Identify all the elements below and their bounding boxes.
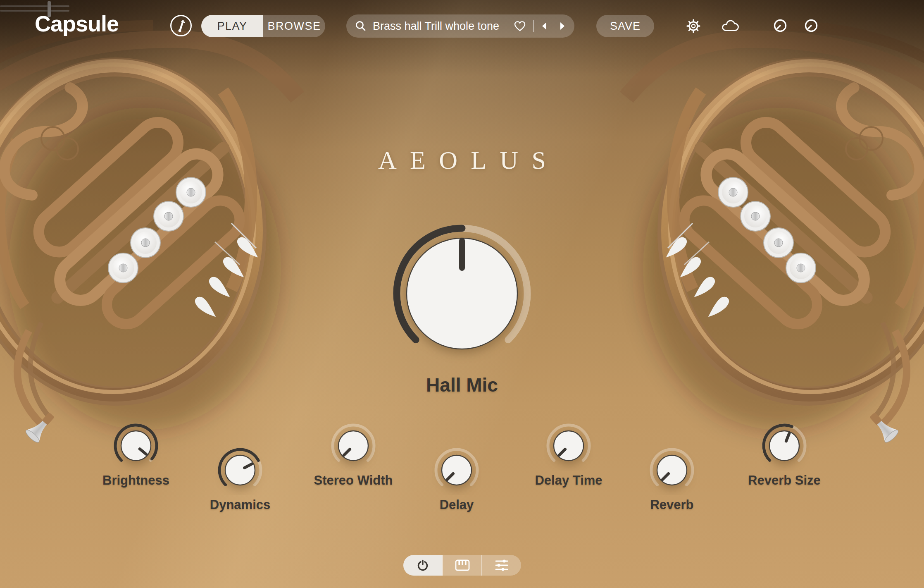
brightness-dial[interactable] (111, 421, 161, 471)
keyboard-icon (455, 559, 470, 571)
knob-label: Delay (395, 497, 519, 512)
gear-icon[interactable] (684, 17, 703, 36)
hall-mic-knob[interactable] (388, 219, 536, 368)
power-icon (416, 558, 430, 572)
knob-label: Reverb Size (722, 473, 846, 488)
hall-mic-label: Hall Mic (388, 374, 536, 396)
stereo-width-dial[interactable] (329, 421, 378, 471)
reverb-dial[interactable] (647, 445, 697, 495)
tab-play[interactable]: PLAY (201, 15, 263, 37)
knob-reverb: Reverb (647, 445, 697, 512)
prev-arrow-icon[interactable] (541, 21, 549, 31)
instrument-info-button[interactable] (169, 14, 193, 37)
heart-icon[interactable] (513, 20, 526, 32)
knob-label: Brightness (74, 473, 198, 488)
tab-browse[interactable]: BROWSE (263, 15, 325, 37)
knob-icon[interactable] (772, 17, 788, 34)
capsule-plugin-window: Capsule PLAY BROWSE Brass hall Trill who… (0, 0, 924, 588)
knob-stereo-width: Stereo Width (329, 421, 378, 488)
keyboard-toggle[interactable] (442, 555, 482, 576)
french-horn-left (0, 17, 298, 455)
knob-label: Delay Time (507, 473, 631, 488)
view-tabs: PLAY BROWSE (201, 15, 325, 37)
mixer-icon (494, 558, 509, 572)
mixer-toggle[interactable] (481, 555, 521, 576)
footer-toggle-group (403, 555, 521, 576)
capsule-logo: Capsule (35, 11, 119, 36)
power-toggle[interactable] (403, 555, 442, 576)
delay-dial[interactable] (432, 445, 481, 495)
search-divider (533, 20, 534, 32)
horn-icon (169, 14, 193, 37)
preset-search-bar[interactable]: Brass hall Trill whole tone (346, 14, 574, 38)
search-icon (355, 20, 367, 32)
next-arrow-icon[interactable] (558, 21, 566, 31)
delay-time-dial[interactable] (544, 421, 593, 471)
knob-dynamics: Dynamics (215, 445, 265, 512)
dynamics-dial[interactable] (215, 445, 265, 495)
knob-reverb-size: Reverb Size (760, 421, 809, 488)
knob-label: Reverb (610, 497, 734, 512)
save-button[interactable]: SAVE (596, 15, 654, 37)
volume-track (0, 5, 69, 7)
french-horn-right (626, 17, 924, 455)
instrument-title: AEOLUS (0, 146, 924, 175)
cloud-icon[interactable] (720, 19, 740, 33)
knob-label: Stereo Width (291, 473, 415, 488)
knob-delay-time: Delay Time (544, 421, 593, 488)
knob-delay: Delay (432, 445, 481, 512)
hall-mic-knob-unit: Hall Mic (388, 219, 536, 396)
knob-icon[interactable] (803, 17, 819, 34)
reverb-size-dial[interactable] (760, 421, 809, 471)
knob-label: Dynamics (178, 497, 302, 512)
knob-brightness: Brightness (111, 421, 161, 488)
preset-name: Brass hall Trill whole tone (373, 20, 513, 33)
